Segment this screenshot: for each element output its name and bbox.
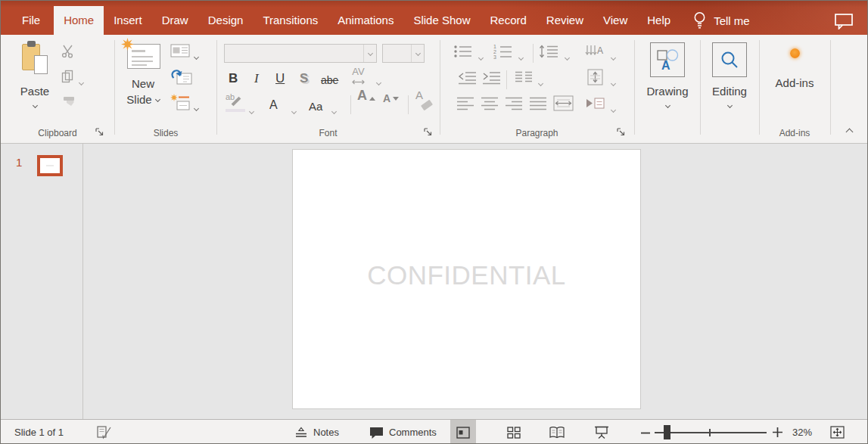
text-direction-chevron[interactable] bbox=[611, 49, 615, 63]
zoom-out-button[interactable] bbox=[641, 427, 652, 438]
notes-button[interactable]: Notes bbox=[294, 420, 339, 444]
bullets-chevron[interactable] bbox=[479, 49, 483, 63]
underline-button[interactable]: U bbox=[275, 69, 285, 88]
text-highlight-button[interactable]: ab bbox=[226, 95, 247, 115]
zoom-in-button[interactable] bbox=[773, 427, 782, 437]
comments-button[interactable]: Comments bbox=[369, 420, 437, 444]
tab-review[interactable]: Review bbox=[537, 6, 593, 35]
font-name-dropdown-chevron[interactable] bbox=[363, 45, 376, 62]
new-slide-dropdown-chevron[interactable] bbox=[155, 97, 160, 102]
tab-insert[interactable]: Insert bbox=[104, 6, 152, 35]
zoom-level[interactable]: 32% bbox=[792, 427, 812, 438]
editing-dropdown-chevron[interactable] bbox=[726, 103, 732, 108]
increase-indent-button[interactable] bbox=[482, 70, 501, 85]
text-shadow-button[interactable]: S bbox=[300, 69, 308, 88]
tab-design[interactable]: Design bbox=[198, 6, 254, 35]
decrease-indent-button[interactable] bbox=[458, 70, 477, 85]
line-spacing-button[interactable] bbox=[539, 44, 559, 59]
font-color-button[interactable]: A bbox=[269, 95, 278, 115]
reset-slide-button[interactable] bbox=[171, 68, 192, 85]
zoom-slider-track[interactable] bbox=[655, 432, 767, 433]
feedback-button[interactable] bbox=[834, 6, 854, 35]
drawing-button[interactable]: A Drawing bbox=[638, 42, 697, 107]
distribute-text-button[interactable] bbox=[553, 95, 574, 111]
editing-button[interactable]: Editing bbox=[701, 42, 758, 107]
tab-record[interactable]: Record bbox=[480, 6, 536, 35]
proofing-button[interactable] bbox=[96, 425, 112, 439]
tab-help[interactable]: Help bbox=[637, 6, 680, 35]
decrease-font-size-button[interactable]: A bbox=[383, 98, 401, 115]
tab-file[interactable]: File bbox=[8, 6, 54, 35]
align-left-button[interactable] bbox=[456, 96, 474, 110]
font-name-combobox[interactable] bbox=[224, 44, 377, 63]
numbering-button[interactable]: 123 bbox=[493, 44, 513, 59]
slide-sorter-button[interactable] bbox=[501, 420, 527, 444]
tab-draw[interactable]: Draw bbox=[152, 6, 198, 35]
align-center-button[interactable] bbox=[481, 96, 499, 110]
slideshow-button[interactable] bbox=[589, 420, 614, 444]
text-highlight-icon: ab bbox=[226, 95, 247, 115]
zoom-slider-handle[interactable] bbox=[664, 425, 670, 439]
character-spacing-button[interactable]: AV bbox=[351, 67, 366, 86]
tab-home[interactable]: Home bbox=[54, 6, 104, 35]
drawing-dropdown-chevron[interactable] bbox=[664, 103, 670, 108]
bullets-button[interactable] bbox=[453, 44, 473, 59]
reading-view-icon bbox=[549, 427, 565, 439]
bullets-icon bbox=[453, 48, 473, 61]
reading-view-button[interactable] bbox=[544, 420, 570, 444]
fit-to-window-button[interactable] bbox=[830, 426, 845, 439]
font-size-combobox[interactable] bbox=[382, 44, 425, 63]
section-chevron[interactable] bbox=[194, 100, 198, 113]
align-right-button[interactable] bbox=[505, 96, 523, 110]
drawing-icon: A bbox=[650, 42, 685, 77]
character-spacing-chevron[interactable] bbox=[377, 74, 381, 88]
font-color-chevron[interactable] bbox=[292, 103, 296, 116]
format-painter-button[interactable] bbox=[61, 95, 77, 110]
tell-me-button[interactable]: Tell me bbox=[692, 6, 750, 35]
slide-canvas[interactable]: CONFIDENTIAL bbox=[292, 149, 641, 409]
slide-layout-chevron[interactable] bbox=[194, 48, 198, 62]
justify-button[interactable] bbox=[529, 96, 547, 110]
section-button[interactable] bbox=[170, 94, 191, 111]
italic-button[interactable]: I bbox=[254, 69, 259, 88]
align-text-chevron[interactable] bbox=[611, 75, 615, 88]
smartart-chevron[interactable] bbox=[611, 101, 615, 115]
font-dialog-launcher[interactable] bbox=[423, 127, 433, 137]
paste-dropdown-chevron[interactable] bbox=[32, 103, 37, 108]
text-direction-button[interactable]: A bbox=[585, 44, 605, 59]
normal-view-button[interactable] bbox=[450, 420, 476, 444]
change-case-button[interactable]: Aa bbox=[309, 97, 322, 116]
copy-dropdown-chevron[interactable] bbox=[79, 74, 83, 88]
slide-thumbnail[interactable] bbox=[37, 155, 63, 176]
clipboard-dialog-launcher[interactable] bbox=[95, 127, 104, 137]
collapse-ribbon-chevron[interactable] bbox=[846, 129, 854, 136]
paste-button[interactable]: Paste bbox=[13, 41, 57, 107]
text-highlight-chevron[interactable] bbox=[250, 103, 254, 116]
font-size-dropdown-chevron[interactable] bbox=[411, 45, 424, 62]
cut-button[interactable] bbox=[61, 45, 76, 58]
tab-view[interactable]: View bbox=[593, 6, 637, 35]
change-case-chevron[interactable] bbox=[332, 103, 336, 116]
slide-layout-button[interactable] bbox=[170, 44, 190, 57]
zoom-slider-center-tick bbox=[709, 429, 711, 436]
bold-button[interactable]: B bbox=[229, 69, 238, 88]
tab-transitions[interactable]: Transitions bbox=[253, 6, 328, 35]
columns-button[interactable] bbox=[514, 70, 534, 84]
new-slide-button[interactable]: New Slide bbox=[120, 41, 166, 107]
addins-button[interactable]: Add-ins bbox=[765, 48, 824, 91]
line-spacing-chevron[interactable] bbox=[565, 49, 569, 63]
clear-formatting-button[interactable]: A bbox=[415, 95, 435, 115]
strikethrough-button[interactable]: abe bbox=[321, 70, 338, 90]
align-text-button[interactable] bbox=[585, 69, 605, 85]
copy-button[interactable] bbox=[61, 70, 74, 83]
feedback-bubble-icon bbox=[834, 12, 854, 29]
tab-slide-show[interactable]: Slide Show bbox=[403, 6, 480, 35]
convert-to-smartart-button[interactable] bbox=[585, 96, 605, 110]
panel-divider[interactable] bbox=[82, 144, 83, 419]
tab-animations[interactable]: Animations bbox=[328, 6, 403, 35]
paragraph-dialog-launcher[interactable] bbox=[616, 127, 626, 137]
columns-chevron[interactable] bbox=[539, 75, 543, 88]
scissors-icon bbox=[61, 48, 76, 61]
numbering-chevron[interactable] bbox=[519, 49, 523, 63]
increase-font-size-button[interactable]: A bbox=[357, 95, 377, 115]
